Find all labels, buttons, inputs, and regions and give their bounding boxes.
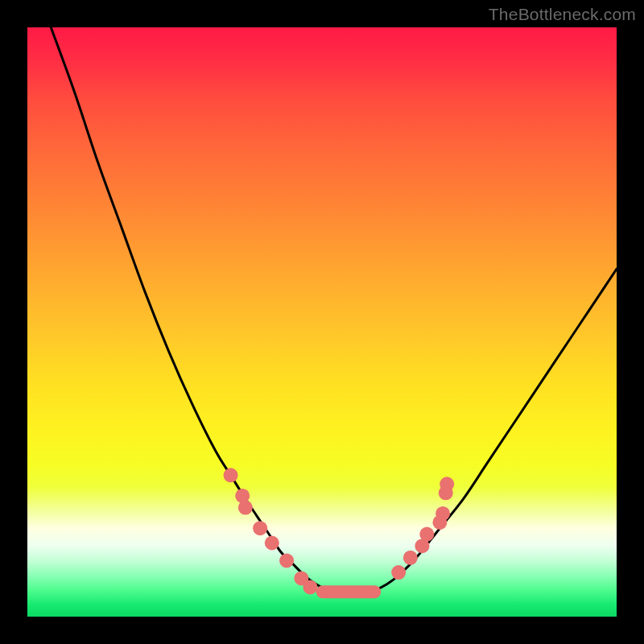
bottleneck-curve: [51, 27, 617, 593]
watermark-label: TheBottleneck.com: [489, 5, 636, 24]
marker-dot: [279, 553, 294, 568]
marker-dot: [265, 536, 279, 551]
marker-dot: [419, 527, 434, 542]
marker-dot: [253, 521, 267, 535]
marker-dot: [403, 551, 418, 565]
chart-frame: TheBottleneck.com: [0, 0, 644, 644]
marker-dot: [224, 468, 238, 482]
marker-dot: [303, 580, 317, 594]
curve-layer: [27, 27, 617, 617]
curve-markers: [224, 468, 455, 594]
flat-band: [316, 585, 382, 598]
marker-dot: [391, 565, 406, 580]
marker-dot: [440, 477, 454, 491]
marker-dot: [436, 506, 450, 521]
plot-area: [27, 27, 617, 617]
marker-dot: [238, 501, 253, 515]
curve-flat-band: [316, 585, 382, 598]
